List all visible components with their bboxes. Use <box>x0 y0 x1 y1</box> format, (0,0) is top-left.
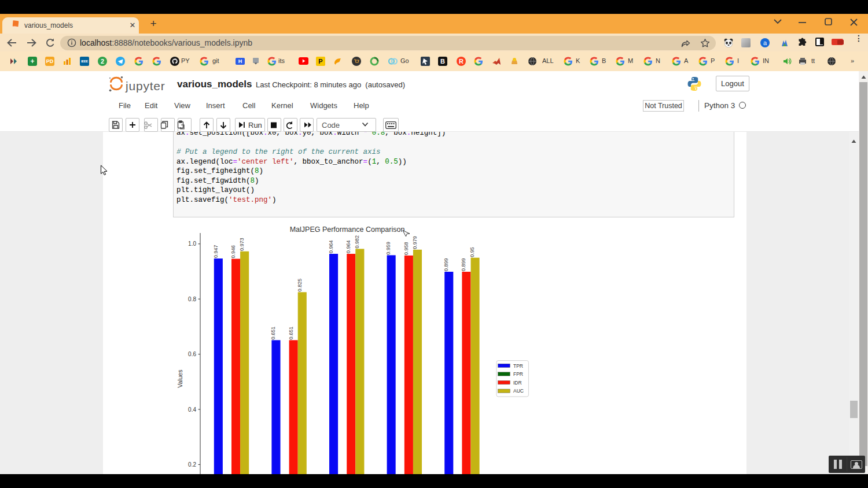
svg-text:0.973: 0.973 <box>239 238 245 251</box>
svg-text:FPR: FPR <box>513 371 523 377</box>
svg-text:0.982: 0.982 <box>354 235 360 249</box>
svg-text:0.8: 0.8 <box>188 296 196 302</box>
svg-text:0.651: 0.651 <box>288 327 294 340</box>
svg-text:0.651: 0.651 <box>270 327 276 340</box>
svg-text:0.2: 0.2 <box>188 461 196 468</box>
svg-text:0.947: 0.947 <box>213 245 219 258</box>
svg-text:0.4: 0.4 <box>188 406 196 413</box>
svg-text:AUC: AUC <box>513 388 524 394</box>
svg-text:0.964: 0.964 <box>345 240 351 253</box>
svg-text:0.946: 0.946 <box>230 245 236 258</box>
svg-text:0.6: 0.6 <box>188 351 196 357</box>
svg-text:0.979: 0.979 <box>412 236 418 249</box>
svg-text:0.825: 0.825 <box>297 279 303 292</box>
svg-text:0.958: 0.958 <box>403 242 409 255</box>
svg-text:0.959: 0.959 <box>386 242 392 255</box>
svg-text:0.899: 0.899 <box>443 258 449 271</box>
svg-text:0.95: 0.95 <box>469 247 475 257</box>
svg-text:0.964: 0.964 <box>328 240 334 253</box>
svg-text:Values: Values <box>176 369 183 387</box>
svg-text:0.899: 0.899 <box>461 258 466 271</box>
svg-text:1.0: 1.0 <box>188 241 196 247</box>
svg-text:IDR: IDR <box>513 380 522 386</box>
svg-text:MalJPEG Performance Comparison: MalJPEG Performance Comparison <box>290 225 405 234</box>
svg-text:TPR: TPR <box>513 363 523 369</box>
